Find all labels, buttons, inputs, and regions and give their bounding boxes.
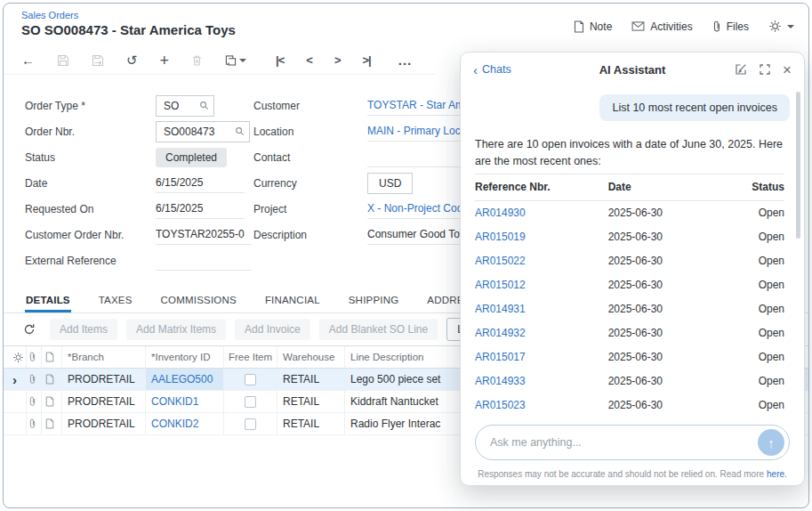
invoice-status: Open <box>716 231 784 243</box>
back-button[interactable]: ← <box>21 53 35 67</box>
note-button[interactable]: Note <box>574 20 612 33</box>
date-field[interactable]: 6/15/2025 <box>156 173 245 193</box>
requested-on-field[interactable]: 6/15/2025 <box>156 199 245 219</box>
invoice-row: AR015022 2025-06-30 Open <box>475 249 784 273</box>
invoice-row: AR015017 2025-06-30 Open <box>475 345 784 369</box>
invoice-reference-link[interactable]: AR014930 <box>475 207 526 219</box>
invoice-date: 2025-06-30 <box>608 256 717 267</box>
assistant-scrollbar[interactable] <box>796 92 800 239</box>
invoice-reference-link[interactable]: AR015022 <box>475 255 526 267</box>
assistant-response-text: There are 10 open invoices with a date o… <box>475 136 784 170</box>
invoice-row: AR014933 2025-06-30 Open <box>475 369 784 393</box>
field-label: Order Nbr. <box>25 126 156 138</box>
inventory-id-link[interactable]: AALEGO500 <box>151 373 213 385</box>
expand-icon[interactable] <box>760 64 770 75</box>
user-message-bubble: List 10 most recent open invoices <box>599 94 790 121</box>
column-header-inventory-id[interactable]: *Inventory ID <box>146 346 224 368</box>
invoice-reference-link[interactable]: AR015017 <box>475 351 526 363</box>
invoice-date: 2025-06-30 <box>608 231 717 243</box>
tab-financial[interactable]: FINANCIAL <box>264 295 321 312</box>
field-label: Location <box>253 126 367 138</box>
free-item-checkbox[interactable] <box>245 374 256 385</box>
invoice-reference-link[interactable]: AR014932 <box>475 327 526 339</box>
assistant-disclaimer: Responses may not be accurate and should… <box>461 469 804 479</box>
new-chat-compose-icon[interactable] <box>735 63 747 76</box>
attachments-column-paperclip-icon <box>27 346 42 368</box>
external-reference-field[interactable] <box>156 250 252 271</box>
column-header-warehouse[interactable]: Warehouse <box>277 346 345 368</box>
cell-branch: PRODRETAIL <box>62 413 146 434</box>
save-button[interactable] <box>57 54 69 67</box>
field-label: Order Type * <box>25 100 156 112</box>
invoice-date: 2025-06-30 <box>608 328 717 339</box>
save-close-button[interactable] <box>92 54 104 67</box>
inventory-id-link[interactable]: CONKID1 <box>151 395 198 408</box>
cancel-undo-button[interactable]: ↺ <box>126 53 138 67</box>
tab-commissions[interactable]: COMMISSIONS <box>160 295 237 312</box>
row-paperclip-icon[interactable] <box>27 413 42 434</box>
row-paperclip-icon[interactable] <box>27 369 42 390</box>
invoice-reference-link[interactable]: AR015012 <box>475 279 526 291</box>
last-record-button[interactable]: >| <box>363 54 371 66</box>
more-actions-button[interactable]: ... <box>398 53 413 67</box>
invoice-reference-link[interactable]: AR014933 <box>475 375 526 387</box>
assistant-input-bar: ↑ <box>475 425 790 460</box>
tab-details[interactable]: DETAILS <box>25 295 71 312</box>
free-item-checkbox[interactable] <box>245 396 256 408</box>
row-note-icon[interactable] <box>42 413 62 434</box>
invoice-row: AR014931 2025-06-30 Open <box>475 297 784 321</box>
row-note-icon[interactable] <box>42 369 62 390</box>
copy-paste-button[interactable] <box>225 54 246 67</box>
row-expand-chevron[interactable]: › <box>12 373 17 386</box>
files-button[interactable]: Files <box>712 20 749 33</box>
order-type-field[interactable]: SO <box>156 95 214 117</box>
row-paperclip-icon[interactable] <box>27 391 42 412</box>
close-icon[interactable]: × <box>783 62 792 77</box>
disclaimer-here-link[interactable]: here. <box>767 469 787 479</box>
invoices-table-header: Reference Nbr. Date Status <box>475 174 784 201</box>
next-record-button[interactable]: > <box>334 54 341 66</box>
previous-record-button[interactable]: < <box>306 54 312 66</box>
free-item-checkbox[interactable] <box>245 418 256 430</box>
column-header-free-item[interactable]: Free Item <box>224 346 277 368</box>
add-invoice-button[interactable]: Add Invoice <box>235 319 310 340</box>
activities-button[interactable]: Activities <box>631 20 692 33</box>
invoice-row: AR015012 2025-06-30 Open <box>475 273 784 297</box>
settings-menu-button[interactable] <box>768 20 794 33</box>
send-button[interactable]: ↑ <box>758 429 784 456</box>
invoice-reference-link[interactable]: AR015019 <box>475 231 526 243</box>
invoice-reference-link[interactable]: AR014931 <box>475 303 526 315</box>
column-header-branch[interactable]: *Branch <box>62 346 146 368</box>
refresh-icon[interactable] <box>23 323 36 336</box>
row-note-icon[interactable] <box>42 391 62 412</box>
field-label: Project <box>253 203 367 215</box>
grid-settings-gear-icon[interactable] <box>4 346 27 368</box>
paperclip-icon <box>712 20 721 33</box>
add-matrix-items-button[interactable]: Add Matrix Items <box>126 319 226 340</box>
delete-button[interactable] <box>191 54 203 67</box>
customer-order-nbr-field[interactable]: TOYSTAR20255-0 <box>156 224 252 245</box>
first-record-button[interactable]: |< <box>276 54 284 66</box>
tab-taxes[interactable]: TAXES <box>98 295 133 312</box>
order-nbr-field[interactable]: SO008473 <box>156 121 250 142</box>
add-blanket-so-line-button[interactable]: Add Blanket SO Line <box>319 319 438 340</box>
currency-field[interactable]: USD <box>367 173 413 194</box>
invoice-date: 2025-06-30 <box>608 280 717 291</box>
add-items-button[interactable]: Add Items <box>50 319 117 340</box>
invoice-row: AR015019 2025-06-30 Open <box>475 225 784 249</box>
invoice-reference-link[interactable]: AR015023 <box>475 399 526 411</box>
field-label: Description <box>253 229 367 241</box>
breadcrumb[interactable]: Sales Orders <box>21 10 78 20</box>
field-label: Status <box>25 151 156 164</box>
invoice-status: Open <box>716 328 784 339</box>
field-order-type: Order Type * SO <box>25 93 252 118</box>
chats-back-button[interactable]: ‹ Chats <box>473 63 511 77</box>
add-new-button[interactable]: + <box>160 53 170 69</box>
field-label: Customer <box>253 100 367 112</box>
tab-shipping[interactable]: SHIPPING <box>348 295 400 312</box>
magnifier-icon <box>235 126 245 136</box>
invoices-column-reference: Reference Nbr. <box>475 182 608 193</box>
ask-input[interactable] <box>490 436 751 449</box>
inventory-id-link[interactable]: CONKID2 <box>151 418 198 430</box>
invoice-status: Open <box>716 352 784 363</box>
